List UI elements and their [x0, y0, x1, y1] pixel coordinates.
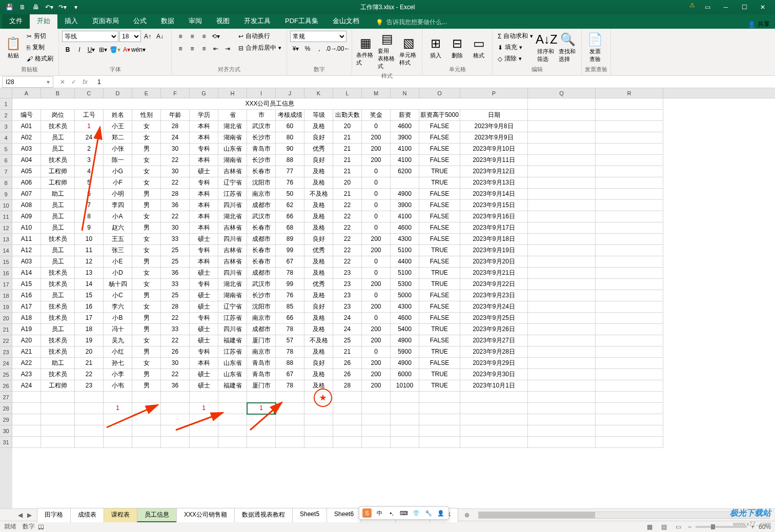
- cell[interactable]: TRUE: [419, 324, 460, 335]
- cell[interactable]: 吉林省: [218, 166, 247, 177]
- cell[interactable]: [596, 425, 663, 437]
- row-header[interactable]: 1: [0, 98, 12, 110]
- tab-view[interactable]: 视图: [209, 13, 237, 29]
- cell[interactable]: [596, 335, 663, 346]
- sheet-tab[interactable]: 员工信息: [137, 508, 177, 522]
- cell[interactable]: 郑二: [104, 132, 132, 144]
- cell[interactable]: 沈阳市: [247, 301, 276, 313]
- ime-toolbar[interactable]: S 中 •, ⌨ 👕 🔧 👤: [359, 506, 449, 520]
- cell[interactable]: 性别: [132, 110, 161, 121]
- cell[interactable]: [12, 403, 41, 414]
- cell[interactable]: [104, 414, 132, 425]
- cell[interactable]: FALSE: [419, 234, 460, 245]
- cell[interactable]: 20: [75, 346, 104, 358]
- format-cell-button[interactable]: ▭格式: [468, 31, 489, 65]
- cell[interactable]: [161, 403, 190, 414]
- cell[interactable]: 76: [276, 177, 304, 189]
- cell[interactable]: 3900: [391, 132, 419, 144]
- cell[interactable]: [41, 425, 75, 437]
- cell[interactable]: [304, 437, 333, 448]
- cell[interactable]: [528, 245, 596, 256]
- cell[interactable]: [528, 200, 596, 211]
- cell[interactable]: 及格: [304, 256, 333, 268]
- cell[interactable]: 日期: [460, 110, 528, 121]
- cell[interactable]: 硕士: [190, 290, 218, 301]
- cell[interactable]: [132, 437, 161, 448]
- indent-dec-icon[interactable]: ⇤: [210, 43, 221, 54]
- cell[interactable]: 4100: [391, 211, 419, 222]
- cell[interactable]: 员工: [41, 200, 75, 211]
- row-header[interactable]: 23: [0, 346, 12, 358]
- number-format-select[interactable]: 常规: [290, 31, 346, 42]
- cell[interactable]: 小G: [104, 166, 132, 177]
- cell[interactable]: 长春市: [247, 245, 276, 256]
- cell[interactable]: 3: [75, 155, 104, 166]
- cell[interactable]: 小C: [104, 290, 132, 301]
- cell[interactable]: 30: [161, 144, 190, 155]
- cell[interactable]: [75, 392, 104, 403]
- cell[interactable]: 10100: [391, 380, 419, 392]
- ime-keyboard-icon[interactable]: ⌨: [399, 508, 409, 518]
- cell[interactable]: 2023年9月16日: [460, 211, 528, 222]
- column-header[interactable]: C: [75, 88, 104, 98]
- cell[interactable]: 南京市: [247, 346, 276, 358]
- cell[interactable]: 2023年9月24日: [460, 301, 528, 313]
- cell[interactable]: [528, 155, 596, 166]
- row-header[interactable]: 4: [0, 132, 12, 144]
- font-size-select[interactable]: 18: [119, 31, 141, 42]
- cell[interactable]: [362, 403, 391, 414]
- cell[interactable]: [596, 369, 663, 380]
- cell[interactable]: 女: [132, 155, 161, 166]
- cell[interactable]: [528, 290, 596, 301]
- comma-icon[interactable]: ,: [314, 43, 325, 54]
- cell[interactable]: 2023年9月15日: [460, 200, 528, 211]
- table-format-button[interactable]: ▤套用 表格格式: [377, 31, 397, 71]
- cell[interactable]: 江苏省: [218, 313, 247, 324]
- cell[interactable]: [596, 324, 663, 335]
- cell[interactable]: [247, 414, 276, 425]
- cell[interactable]: A10: [12, 222, 41, 234]
- cell[interactable]: 62: [276, 200, 304, 211]
- cell[interactable]: [161, 414, 190, 425]
- ime-skin-icon[interactable]: 👕: [412, 508, 421, 518]
- cell[interactable]: 28: [333, 380, 362, 392]
- cell[interactable]: 四川省: [218, 324, 247, 335]
- cell[interactable]: 及格: [304, 166, 333, 177]
- cell[interactable]: 0: [362, 121, 391, 132]
- cell[interactable]: [460, 392, 528, 403]
- cell[interactable]: 武汉市: [247, 211, 276, 222]
- column-header[interactable]: J: [276, 88, 304, 98]
- cell[interactable]: 15: [75, 290, 104, 301]
- page-layout-icon[interactable]: ▤: [659, 523, 669, 531]
- cell[interactable]: 成都市: [247, 268, 276, 279]
- cell[interactable]: 0: [362, 313, 391, 324]
- cell[interactable]: [132, 403, 161, 414]
- cell[interactable]: [596, 144, 663, 155]
- redo-icon[interactable]: ↷▾: [56, 2, 69, 13]
- cell[interactable]: 78: [276, 380, 304, 392]
- sheet-tab[interactable]: Sheet6: [327, 508, 361, 522]
- column-header[interactable]: E: [132, 88, 161, 98]
- row-header[interactable]: 28: [0, 403, 12, 414]
- cell[interactable]: 员工: [41, 211, 75, 222]
- fill-button[interactable]: ⬇填充▾: [496, 42, 535, 53]
- zoom-out-icon[interactable]: −: [688, 523, 691, 530]
- cell[interactable]: [391, 403, 419, 414]
- cell[interactable]: [528, 392, 596, 403]
- cell[interactable]: 专科: [190, 144, 218, 155]
- cell[interactable]: 本科: [190, 256, 218, 268]
- cell[interactable]: 5100: [391, 245, 419, 256]
- cell[interactable]: 硕士: [190, 234, 218, 245]
- cell[interactable]: A15: [12, 279, 41, 290]
- cell[interactable]: 2023年9月29日: [460, 358, 528, 369]
- cell[interactable]: 福建省: [218, 380, 247, 392]
- cell[interactable]: 16: [75, 301, 104, 313]
- cell[interactable]: 25: [161, 245, 190, 256]
- column-header[interactable]: B: [41, 88, 75, 98]
- align-top-icon[interactable]: ≡: [175, 31, 186, 42]
- cell[interactable]: 女: [132, 358, 161, 369]
- cell[interactable]: 22: [161, 155, 190, 166]
- align-right-icon[interactable]: ≡: [198, 43, 210, 54]
- align-middle-icon[interactable]: ≡: [187, 31, 198, 42]
- column-header[interactable]: M: [362, 88, 391, 98]
